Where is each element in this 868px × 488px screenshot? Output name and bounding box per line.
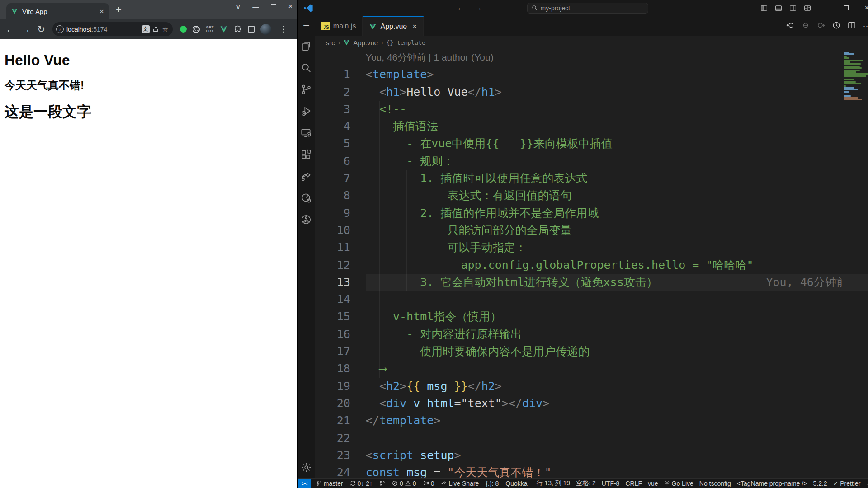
sidebar-item-quokka[interactable] xyxy=(298,187,315,209)
tsconfig-status[interactable]: No tsconfig xyxy=(699,480,731,487)
tab-app-vue[interactable]: App.vue × xyxy=(363,16,424,36)
green-dot-extension-icon[interactable] xyxy=(180,26,187,33)
remote-indicator[interactable]: >< xyxy=(298,479,311,488)
tag-template-status[interactable]: <TagName prop-name /> xyxy=(737,480,807,487)
url-text[interactable]: localhost:5174 xyxy=(66,26,139,33)
tab-close-icon[interactable]: × xyxy=(412,22,417,31)
code-line[interactable]: 1. 插值时可以使用任意的表达式 xyxy=(366,170,868,187)
code-line[interactable]: - 对内容进行原样输出 xyxy=(366,326,868,343)
window-minimize-icon[interactable]: — xyxy=(815,0,835,16)
more-actions-icon[interactable]: ⋯ xyxy=(863,21,868,31)
code-line[interactable]: 只能访问部分的全局变量 xyxy=(366,222,868,239)
code-line[interactable]: </template> xyxy=(366,412,868,429)
tab-close-icon[interactable]: × xyxy=(99,8,105,15)
ports-status[interactable]: 0 xyxy=(423,480,434,487)
breadcrumb-symbol[interactable]: {} template xyxy=(387,39,425,46)
customize-layout-icon[interactable] xyxy=(800,5,815,12)
browser-tab[interactable]: Vite App × xyxy=(6,3,109,19)
nav-back-circle-icon[interactable] xyxy=(786,21,795,32)
tab-main-js[interactable]: JS main.js xyxy=(315,16,363,36)
split-editor-icon[interactable] xyxy=(847,21,856,32)
back-icon[interactable]: ← xyxy=(4,24,17,35)
sidebar-item-remote-explorer[interactable] xyxy=(298,122,315,144)
code-line[interactable]: 3. 它会自动对html进行转义（避免xss攻击）You, 46分钟前 xyxy=(366,274,868,291)
go-live-status[interactable]: Go Live xyxy=(664,480,693,487)
code-editor[interactable]: 1234567891011121314151617181920212223242… xyxy=(315,49,868,478)
toggle-secondary-sidebar-icon[interactable] xyxy=(786,5,800,12)
code-line[interactable]: 表达式：有返回值的语句 xyxy=(366,187,868,204)
reload-icon[interactable]: ↻ xyxy=(34,24,48,35)
code-line[interactable]: app.config.globalProperties.hello = "哈哈哈… xyxy=(366,257,868,274)
indentation-status[interactable]: 空格: 2 xyxy=(576,479,596,488)
nav-forward-icon[interactable]: → xyxy=(475,4,482,13)
minimap[interactable] xyxy=(844,52,868,101)
window-maximize-icon[interactable] xyxy=(835,0,856,16)
nav-back-icon[interactable]: ← xyxy=(457,4,465,13)
command-center-search[interactable]: my-project xyxy=(527,3,648,14)
tab-search-chevron-icon[interactable]: ∨ xyxy=(236,3,241,11)
site-info-icon[interactable]: i xyxy=(56,25,64,33)
braces-count-status[interactable]: {.}: 8 xyxy=(486,480,499,487)
close-icon[interactable]: × xyxy=(288,2,293,11)
nav-forward-circle-icon[interactable] xyxy=(816,21,826,32)
share-icon[interactable] xyxy=(152,26,160,33)
code-line[interactable]: <h1>Hello Vue</h1> xyxy=(366,84,868,101)
encoding-status[interactable]: UTF-8 xyxy=(602,480,620,487)
code-line[interactable]: <script setup> xyxy=(366,447,868,464)
circle-icon[interactable] xyxy=(801,21,810,32)
rings-extension-icon[interactable] xyxy=(193,26,200,33)
profile-avatar[interactable] xyxy=(260,24,271,35)
breadcrumb-file[interactable]: App.vue xyxy=(353,39,378,47)
sidebar-item-search[interactable] xyxy=(298,57,315,79)
notifications-bell-icon[interactable] xyxy=(866,480,868,487)
code-line[interactable]: - 规则： xyxy=(366,153,868,170)
sidebar-item-run-debug[interactable] xyxy=(298,100,315,122)
sidebar-item-git-graph[interactable] xyxy=(298,209,315,230)
code-line[interactable]: 2. 插值的作用域并不是全局作用域 xyxy=(366,205,868,222)
sidebar-item-source-control[interactable] xyxy=(298,79,315,100)
breadcrumb-src[interactable]: src xyxy=(326,39,335,47)
bookmark-star-icon[interactable]: ☆ xyxy=(162,25,168,33)
code-line[interactable]: <template> xyxy=(366,66,868,83)
code-line[interactable]: v-html指令（慎用） xyxy=(366,308,868,325)
code-line[interactable]: const msg = "今天天气真不错！" xyxy=(366,464,868,478)
sidebar-item-extensions[interactable] xyxy=(298,144,315,165)
address-bar[interactable]: i localhost:5174 文 ☆ xyxy=(52,22,173,36)
vue-devtools-icon[interactable] xyxy=(220,25,228,33)
language-mode-status[interactable]: vue xyxy=(648,480,658,487)
quokka-status[interactable]: Quokka xyxy=(505,480,527,487)
cursor-position-status[interactable]: 行 13, 列 19 xyxy=(536,479,570,488)
code-line[interactable] xyxy=(366,291,868,308)
code-line[interactable] xyxy=(366,430,868,447)
eol-status[interactable]: CRLF xyxy=(625,480,642,487)
puzzle-extensions-icon[interactable] xyxy=(234,25,242,33)
code-line[interactable]: 可以手动指定： xyxy=(366,239,868,256)
window-close-icon[interactable]: × xyxy=(856,0,868,16)
code-line[interactable]: <!-- xyxy=(366,101,868,118)
minimize-icon[interactable]: — xyxy=(252,3,259,10)
toggle-primary-sidebar-icon[interactable] xyxy=(757,5,771,12)
problems-status[interactable]: 0 0 xyxy=(392,480,416,487)
live-share-status[interactable]: Live Share xyxy=(441,480,479,487)
sync-status[interactable]: 0↓ 2↑ xyxy=(350,480,373,487)
sidebar-item-live-share[interactable] xyxy=(298,165,315,187)
new-tab-button[interactable]: + xyxy=(116,4,122,16)
menu-hamburger-icon[interactable]: ☰ xyxy=(303,16,310,35)
code-line[interactable]: - 在vue中使用{{ }}来向模板中插值 xyxy=(366,135,868,152)
maximize-icon[interactable] xyxy=(271,4,276,9)
settings-gear-icon[interactable] xyxy=(298,456,315,478)
toggle-panel-icon[interactable] xyxy=(771,5,786,12)
browser-menu-icon[interactable]: ⋮ xyxy=(277,24,290,34)
split-screen-icon[interactable] xyxy=(248,26,255,33)
prettier-status[interactable]: ✓ Prettier xyxy=(833,480,861,487)
code-line[interactable]: - 使用时要确保内容不是用户传递的 xyxy=(366,343,868,360)
get-crx-extension[interactable]: GETCRX xyxy=(206,26,214,33)
timeline-icon[interactable] xyxy=(832,21,841,32)
code-line[interactable]: <h2>{{ msg }}</h2> xyxy=(366,378,868,395)
branch-status[interactable]: master xyxy=(316,480,343,487)
code-line[interactable]: <div v-html="text"></div> xyxy=(366,395,868,412)
translate-icon[interactable]: 文 xyxy=(142,25,150,33)
forward-icon[interactable]: → xyxy=(19,24,33,35)
code-line[interactable]: ⟶ xyxy=(366,360,868,377)
sidebar-item-explorer[interactable] xyxy=(298,35,315,57)
